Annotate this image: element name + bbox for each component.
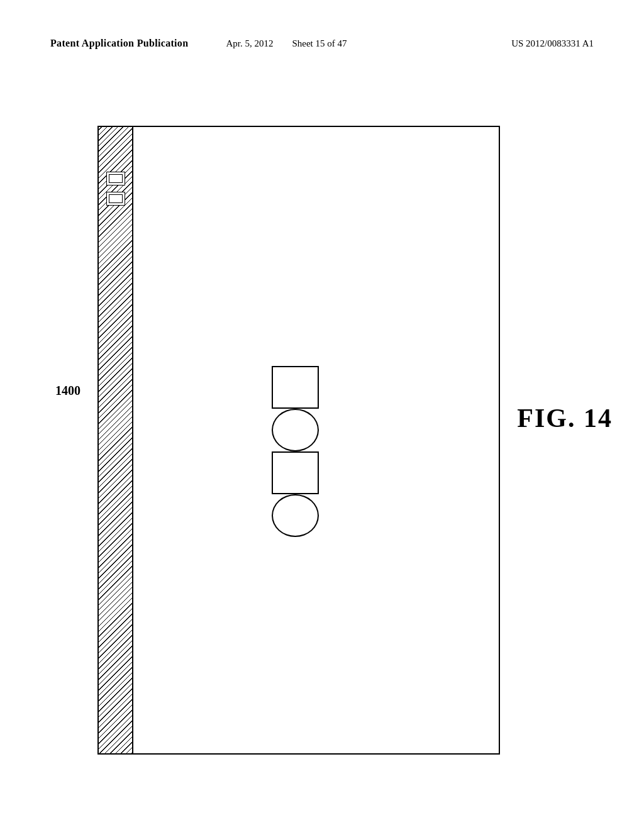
- component-square-1: [272, 366, 319, 409]
- main-drawing-area: [133, 127, 499, 753]
- sidebar-component-inner-1: [109, 174, 123, 183]
- publication-date: Apr. 5, 2012: [226, 38, 273, 49]
- sidebar-top-components: [101, 136, 131, 206]
- figure-label-container: FIG. 14: [517, 403, 613, 433]
- patent-number: US 2012/0083331 A1: [511, 38, 594, 49]
- hatch-pattern-sidebar: [99, 127, 133, 753]
- figure-diagram: [97, 126, 500, 755]
- sheet-info: Sheet 15 of 47: [292, 38, 347, 49]
- figure-label: FIG. 14: [517, 403, 613, 433]
- page-header: Patent Application Publication Apr. 5, 2…: [0, 38, 644, 49]
- sidebar-component-inner-2: [109, 194, 123, 203]
- reference-label-1400: 1400: [55, 384, 80, 398]
- component-circle-2: [272, 494, 319, 537]
- page: Patent Application Publication Apr. 5, 2…: [0, 0, 644, 830]
- sidebar-component-rect-1: [106, 172, 125, 185]
- component-circle-1: [272, 409, 319, 451]
- stacked-components-group: [272, 366, 319, 537]
- publication-title: Patent Application Publication: [50, 38, 188, 49]
- sidebar-component-rect-2: [106, 192, 125, 206]
- component-square-2: [272, 451, 319, 494]
